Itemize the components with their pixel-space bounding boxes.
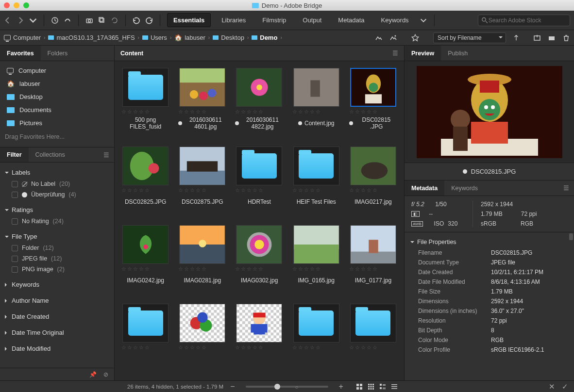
favorite-documents[interactable]: Documents bbox=[0, 103, 114, 116]
rating-stars[interactable]: ☆☆☆☆☆ bbox=[235, 266, 264, 272]
content-item[interactable]: ☆☆☆☆☆ bbox=[349, 304, 397, 374]
filter-section-date-created[interactable]: Date Created bbox=[0, 310, 114, 323]
apply-metadata-icon[interactable]: ✓ bbox=[562, 382, 568, 391]
close-window-icon[interactable] bbox=[4, 2, 10, 8]
breadcrumb-desktop[interactable]: Desktop bbox=[213, 34, 244, 41]
content-item[interactable]: ☆☆☆☆☆HEIF Test Files bbox=[292, 147, 340, 216]
favorite-desktop[interactable]: Desktop bbox=[0, 90, 114, 103]
content-item[interactable]: ☆☆☆☆☆IMG_0165.jpg bbox=[292, 225, 340, 295]
forward-icon[interactable] bbox=[17, 16, 24, 24]
rating-stars[interactable]: ☆☆☆☆☆ bbox=[235, 344, 264, 351]
content-item[interactable]: ☆☆☆☆☆DSC02875.JPG bbox=[178, 147, 226, 216]
checkbox[interactable] bbox=[12, 266, 18, 273]
filter-item[interactable]: Überprüfung (4) bbox=[0, 189, 114, 200]
workspace-tab-keywords[interactable]: Keywords bbox=[375, 14, 415, 27]
thumbnail-size-slider[interactable]: ○ bbox=[246, 386, 328, 388]
filter-star-icon[interactable] bbox=[411, 33, 420, 42]
minimize-window-icon[interactable] bbox=[14, 2, 19, 8]
content-item[interactable]: ☆☆☆☆☆Content.jpg bbox=[292, 68, 340, 138]
content-item[interactable]: ☆☆☆☆☆DSC02815 .JPG bbox=[349, 68, 397, 138]
trash-icon[interactable] bbox=[562, 34, 570, 42]
rating-stars[interactable]: ☆☆☆☆☆ bbox=[349, 344, 378, 351]
history-icon[interactable] bbox=[51, 16, 59, 24]
checkbox[interactable] bbox=[12, 218, 18, 225]
tab-folders[interactable]: Folders bbox=[41, 46, 75, 61]
rating-stars[interactable]: ☆☆☆☆☆ bbox=[292, 109, 321, 115]
content-menu-icon[interactable]: ☰ bbox=[392, 49, 398, 57]
favorite-labuser[interactable]: 🏠labuser bbox=[0, 77, 114, 90]
breadcrumb-labuser[interactable]: 🏠labuser bbox=[174, 34, 205, 41]
new-folder-icon[interactable] bbox=[548, 34, 556, 42]
checkbox[interactable] bbox=[12, 245, 18, 251]
tab-metadata[interactable]: Metadata bbox=[405, 180, 444, 196]
filter-item[interactable]: JPEG file (12) bbox=[0, 253, 114, 264]
workspace-tab-metadata[interactable]: Metadata bbox=[332, 14, 370, 27]
back-icon[interactable] bbox=[4, 16, 12, 24]
rating-stars[interactable]: ☆☆☆☆☆ bbox=[292, 266, 321, 272]
workspace-tab-output[interactable]: Output bbox=[297, 14, 327, 27]
rating-stars[interactable]: ☆☆☆☆☆ bbox=[121, 187, 151, 194]
filter-section-date-modified[interactable]: Date Modified bbox=[0, 343, 114, 355]
camera-icon[interactable] bbox=[85, 16, 93, 24]
rating-stars[interactable]: ☆☆☆☆☆ bbox=[178, 266, 207, 272]
filter-item[interactable]: PNG image (2) bbox=[0, 264, 114, 275]
content-item[interactable]: ☆☆☆☆☆ bbox=[292, 304, 340, 374]
rating-stars[interactable]: ☆☆☆☆☆ bbox=[178, 109, 207, 115]
favorite-computer[interactable]: Computer bbox=[0, 64, 114, 77]
cancel-metadata-icon[interactable]: ✕ bbox=[549, 382, 555, 391]
content-item[interactable]: ☆☆☆☆☆IMAG0217.jpg bbox=[349, 147, 397, 216]
tab-preview[interactable]: Preview bbox=[405, 46, 441, 61]
thumb-view-icon[interactable] bbox=[368, 383, 374, 390]
breadcrumb-computer[interactable]: Computer bbox=[4, 34, 41, 41]
content-item[interactable]: ☆☆☆☆☆IMAG0302.jpg bbox=[235, 225, 283, 295]
refresh-icon[interactable] bbox=[111, 16, 118, 24]
content-item[interactable]: ☆☆☆☆☆IMAG0281.jpg bbox=[178, 225, 226, 295]
content-item[interactable]: ☆☆☆☆☆500 png FILES_fusid bbox=[121, 68, 169, 138]
rating-stars[interactable]: ☆☆☆☆☆ bbox=[178, 344, 207, 351]
rating-stars[interactable]: ☆☆☆☆☆ bbox=[292, 187, 321, 194]
filter-menu-icon[interactable]: ☰ bbox=[99, 151, 114, 159]
clear-filter-icon[interactable]: ⊘ bbox=[103, 371, 108, 378]
rating-stars[interactable]: ☆☆☆☆☆ bbox=[235, 187, 264, 194]
sort-dropdown[interactable]: Sort by Filename bbox=[433, 33, 506, 43]
filter-section-author-name[interactable]: Author Name bbox=[0, 294, 114, 307]
workspace-tab-filmstrip[interactable]: Filmstrip bbox=[256, 14, 292, 27]
breadcrumb-macos10.13_17a365_hfs[interactable]: macOS10.13_17A365_HFS bbox=[48, 34, 135, 41]
recent-dropdown-icon[interactable] bbox=[29, 16, 37, 24]
rating-stars[interactable]: ☆☆☆☆☆ bbox=[178, 187, 207, 194]
content-grid[interactable]: ☆☆☆☆☆500 png FILES_fusid☆☆☆☆☆2016030611 … bbox=[115, 61, 404, 380]
rating-stars[interactable]: ☆☆☆☆☆ bbox=[292, 344, 321, 351]
rotate-cw-icon[interactable] bbox=[145, 16, 153, 24]
thumbnail-quality-icon[interactable] bbox=[375, 34, 383, 42]
batch-icon[interactable] bbox=[98, 16, 106, 24]
rating-stars[interactable]: ☆☆☆☆☆ bbox=[121, 109, 151, 115]
rotate-ccw-icon[interactable] bbox=[133, 16, 140, 24]
content-item[interactable]: ☆☆☆☆☆HDRTest bbox=[235, 147, 283, 216]
boomerang-icon[interactable] bbox=[64, 16, 71, 24]
content-item[interactable]: ☆☆☆☆☆2016030611 4601.jpg bbox=[178, 68, 226, 138]
content-item[interactable]: ☆☆☆☆☆ bbox=[121, 304, 169, 374]
favorite-pictures[interactable]: Pictures bbox=[0, 116, 114, 130]
file-properties-header[interactable]: File Properties bbox=[405, 236, 574, 248]
zoom-window-icon[interactable] bbox=[23, 2, 29, 8]
rating-stars[interactable]: ☆☆☆☆☆ bbox=[235, 109, 264, 115]
content-item[interactable]: ☆☆☆☆☆IMG_0177.jpg bbox=[349, 225, 397, 295]
zoom-in-icon[interactable]: + bbox=[339, 382, 343, 391]
open-recent-icon[interactable] bbox=[533, 34, 541, 42]
filter-item[interactable]: No Label (20) bbox=[0, 179, 114, 189]
tab-favorites[interactable]: Favorites bbox=[0, 46, 41, 61]
content-item[interactable]: ☆☆☆☆☆DSC02825.JPG bbox=[121, 147, 169, 216]
tab-publish[interactable]: Publish bbox=[441, 46, 474, 61]
content-item[interactable]: ☆☆☆☆☆IMAG0242.jpg bbox=[121, 225, 169, 295]
breadcrumb-users[interactable]: Users bbox=[142, 34, 167, 41]
tab-collections[interactable]: Collections bbox=[29, 147, 72, 162]
rating-stars[interactable]: ☆☆☆☆☆ bbox=[349, 266, 378, 272]
grid-view-icon[interactable] bbox=[356, 383, 363, 390]
tab-filter[interactable]: Filter bbox=[0, 147, 29, 162]
checkbox[interactable] bbox=[12, 256, 18, 262]
scrollbar[interactable] bbox=[569, 233, 573, 240]
content-item[interactable]: ☆☆☆☆☆ bbox=[178, 304, 226, 374]
pin-icon[interactable]: 📌 bbox=[89, 371, 97, 378]
content-item[interactable]: ☆☆☆☆☆ bbox=[235, 304, 283, 374]
workspace-tab-libraries[interactable]: Libraries bbox=[216, 14, 252, 27]
